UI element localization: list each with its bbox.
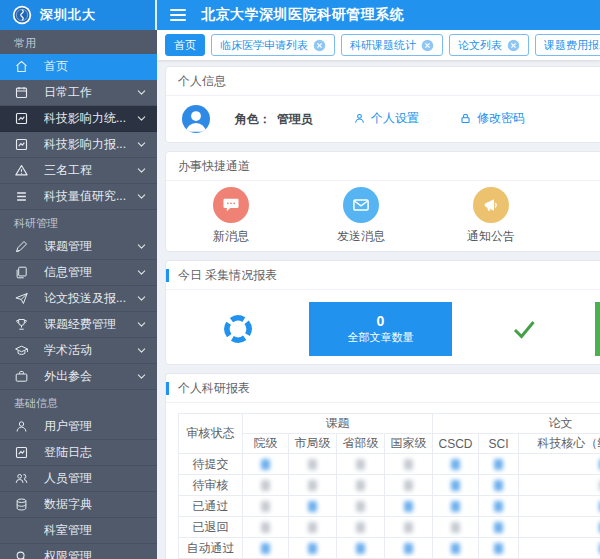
- sidebar-item-label: 论文投送及报...: [44, 290, 136, 307]
- table-cell-redacted: [289, 475, 337, 496]
- sidebar-item[interactable]: 科技量值研究...: [0, 184, 157, 210]
- table-cell-redacted: [337, 496, 385, 517]
- table-row: 已通过: [179, 496, 600, 517]
- stat-cell[interactable]: [166, 302, 309, 356]
- main-area: 首页 临床医学申请列表 科研课题统计 论文列表 课题费用报表 用户列表 个人信息: [157, 30, 600, 559]
- sidebar-item[interactable]: 日常工作: [0, 80, 157, 106]
- row-label: 待提交: [179, 454, 243, 475]
- sidebar-item-label: 权限管理: [44, 548, 147, 559]
- line-chart-icon: [14, 445, 29, 460]
- sidebar-item[interactable]: 学术活动: [0, 338, 157, 364]
- tab[interactable]: 科研课题统计: [341, 34, 443, 56]
- menu-toggle-button[interactable]: [170, 9, 186, 21]
- hospital-logo-icon: [12, 5, 32, 25]
- tab[interactable]: 论文列表: [449, 34, 529, 56]
- table-cell-redacted: [337, 517, 385, 538]
- tab[interactable]: 临床医学申请列表: [211, 34, 335, 56]
- panel-title: 个人信息: [178, 74, 226, 88]
- table-row: 待提交: [179, 454, 600, 475]
- table-cell-redacted: [433, 475, 479, 496]
- table-cell-redacted: [289, 454, 337, 475]
- profile-link[interactable]: 个人设置: [353, 110, 419, 127]
- tab-close-icon[interactable]: [313, 39, 326, 52]
- sidebar-item[interactable]: 首页: [0, 54, 157, 80]
- table-row: 待审核: [179, 475, 600, 496]
- sidebar-item-label: 信息管理: [44, 264, 136, 281]
- sidebar-item[interactable]: 人员管理: [0, 466, 157, 492]
- sidebar-item[interactable]: 用户管理: [0, 414, 157, 440]
- table-cell-redacted: [289, 538, 337, 559]
- profile-link-label: 修改密码: [477, 110, 525, 127]
- table-column-header: CSCD: [433, 434, 479, 454]
- sidebar-item-label: 科室管理: [44, 522, 147, 539]
- table-cell-redacted: [385, 454, 433, 475]
- briefcase-icon: [14, 369, 29, 384]
- blurred-value: [261, 501, 270, 512]
- chevron-down-icon: [136, 241, 147, 252]
- blurred-value: [404, 543, 413, 554]
- sidebar-item-label: 人员管理: [44, 470, 147, 487]
- research-report-table-wrap: 审核状态课题论文院级市局级省部级国家级CSCDSCI科技核心（统计源）期刊待提交…: [166, 403, 600, 559]
- chevron-down-icon: [136, 345, 147, 356]
- table-column-header: 科技核心（统计源）期刊: [519, 434, 600, 454]
- sidebar-item[interactable]: 数据字典: [0, 492, 157, 518]
- row-label: 已通过: [179, 496, 243, 517]
- sidebar-item[interactable]: 登陆日志: [0, 440, 157, 466]
- sidebar-item-label: 登陆日志: [44, 444, 147, 461]
- sidebar-item[interactable]: 课题经费管理: [0, 312, 157, 338]
- blurred-value: [404, 459, 413, 470]
- panel-personal-report: 个人科研报表 审核状态课题论文院级市局级省部级国家级CSCDSCI科技核心（统计…: [165, 373, 600, 559]
- chart-icon: [14, 111, 29, 126]
- sidebar-item[interactable]: 权限管理: [0, 544, 157, 559]
- chevron-down-icon: [136, 139, 147, 150]
- brand-name: 深圳北大: [40, 6, 96, 24]
- stat-cell[interactable]: [452, 302, 595, 356]
- quick-action[interactable]: 发送消息: [296, 187, 426, 245]
- stat-cell[interactable]: [595, 302, 600, 356]
- sidebar-item[interactable]: 信息管理: [0, 260, 157, 286]
- table-column-header: SCI: [479, 434, 519, 454]
- table-cell-redacted: [479, 454, 519, 475]
- blurred-value: [451, 480, 460, 491]
- tab-close-icon[interactable]: [421, 39, 434, 52]
- tab-label: 科研课题统计: [350, 38, 416, 53]
- today-stats: 0 全部文章数量: [166, 302, 600, 356]
- sidebar-item-label: 课题经费管理: [44, 316, 136, 333]
- sidebar-item[interactable]: 科技影响力报...: [0, 132, 157, 158]
- tab-close-icon[interactable]: [507, 39, 520, 52]
- profile-body: 角色：管理员 个人设置 修改密码: [166, 96, 600, 142]
- research-report-table: 审核状态课题论文院级市局级省部级国家级CSCDSCI科技核心（统计源）期刊待提交…: [178, 413, 600, 559]
- sidebar-item[interactable]: 外出参会: [0, 364, 157, 390]
- table-cell-redacted: [433, 496, 479, 517]
- table-cell-redacted: [243, 496, 289, 517]
- panel-today-report: 今日 采集情况报表 0 全部文章数量: [165, 260, 600, 365]
- list-icon: [14, 189, 29, 204]
- sidebar-item[interactable]: 科室管理: [0, 518, 157, 544]
- quick-action[interactable]: 通知公告: [426, 187, 556, 245]
- tab-bar: 首页 临床医学申请列表 科研课题统计 论文列表 课题费用报表 用户列表: [157, 30, 600, 60]
- tab[interactable]: 课题费用报表: [535, 34, 600, 56]
- stat-cell[interactable]: 0 全部文章数量: [309, 302, 452, 356]
- profile-link[interactable]: 修改密码: [459, 110, 525, 127]
- lock-icon: [459, 112, 472, 125]
- quick-action[interactable]: 新消息: [166, 187, 296, 245]
- table-cell-redacted: [479, 517, 519, 538]
- chevron-down-icon: [136, 293, 147, 304]
- profile-links: 个人设置 修改密码: [313, 110, 525, 128]
- blurred-value: [494, 501, 503, 512]
- table-column-header: 市局级: [289, 434, 337, 454]
- blurred-value: [308, 543, 317, 554]
- tab[interactable]: 首页: [165, 34, 205, 56]
- sidebar-item-label: 科技量值研究...: [44, 188, 136, 205]
- sidebar-item[interactable]: 科技影响力统...: [0, 106, 157, 132]
- paper-plane-icon: [14, 291, 29, 306]
- panel-personal-info-header: 个人信息: [166, 67, 600, 96]
- table-cell-redacted: [519, 454, 600, 475]
- row-label: 自动通过: [179, 538, 243, 559]
- brand: 深圳北大: [0, 0, 157, 30]
- sidebar-item[interactable]: 课题管理: [0, 234, 157, 260]
- sidebar-item[interactable]: 论文投送及报...: [0, 286, 157, 312]
- database-icon: [14, 497, 29, 512]
- sidebar-item[interactable]: 三名工程: [0, 158, 157, 184]
- table-group-header: 课题: [243, 414, 433, 434]
